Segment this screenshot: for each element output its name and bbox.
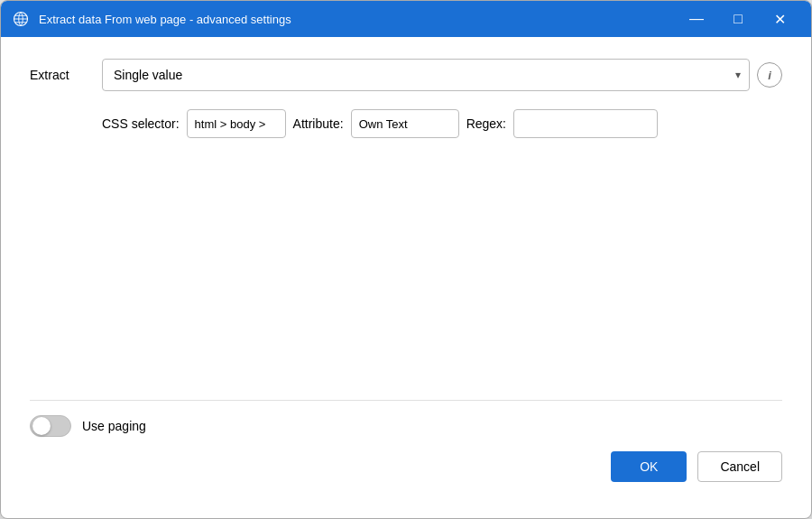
attribute-label: Attribute: <box>293 116 344 131</box>
content-spacer <box>30 156 782 400</box>
info-button[interactable]: i <box>757 62 782 88</box>
extract-label: Extract <box>30 68 102 82</box>
cancel-button[interactable]: Cancel <box>697 451 782 482</box>
use-paging-toggle[interactable] <box>30 415 71 437</box>
app-icon <box>12 10 30 28</box>
use-paging-label: Use paging <box>82 419 146 433</box>
title-bar: Extract data From web page - advanced se… <box>1 1 811 37</box>
css-selector-input[interactable] <box>187 109 286 138</box>
regex-label: Regex: <box>466 116 506 131</box>
paging-row: Use paging <box>30 415 782 437</box>
css-selector-row: CSS selector: Attribute: Regex: <box>102 109 782 138</box>
extract-row: Extract Single value List of values Tabl… <box>30 59 782 91</box>
button-row: OK Cancel <box>30 451 782 482</box>
css-selector-label: CSS selector: <box>102 116 180 131</box>
footer: Use paging OK Cancel <box>30 400 782 496</box>
content-area: Extract Single value List of values Tabl… <box>1 37 811 518</box>
minimize-button[interactable]: — <box>676 1 717 37</box>
toggle-knob <box>32 417 51 435</box>
main-window: Extract data From web page - advanced se… <box>0 0 812 519</box>
extract-select[interactable]: Single value List of values Table <box>102 59 750 91</box>
maximize-button[interactable]: □ <box>717 1 759 37</box>
window-controls: — □ ✕ <box>676 1 800 37</box>
close-button[interactable]: ✕ <box>759 1 800 37</box>
regex-input[interactable] <box>513 109 658 138</box>
window-title: Extract data From web page - advanced se… <box>39 13 676 26</box>
ok-button[interactable]: OK <box>611 451 687 482</box>
attribute-input[interactable] <box>351 109 459 138</box>
extract-select-wrapper: Single value List of values Table ▾ <box>102 59 750 91</box>
